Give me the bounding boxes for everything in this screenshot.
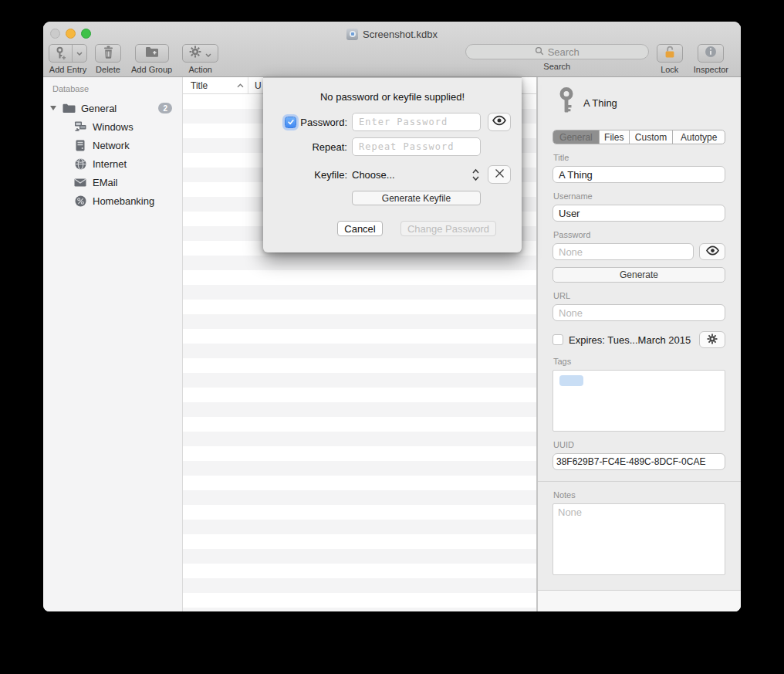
search-placeholder: Search [548,46,580,58]
enter-password-input[interactable] [352,113,481,131]
tab-custom[interactable]: Custom [629,130,673,144]
expires-label: Expires: Tues...March 2015 [569,334,694,346]
delete-button[interactable] [95,44,121,63]
change-password-button[interactable]: Change Password [400,221,496,236]
sidebar-item-network[interactable]: Network [43,136,182,154]
sidebar: Database General 2 Windows Network [43,77,183,611]
tag-token[interactable] [559,375,583,386]
eye-icon [705,245,720,259]
password-checkbox[interactable] [285,117,296,128]
key-icon [558,87,575,119]
expires-row: Expires: Tues...March 2015 [553,331,725,348]
sidebar-header: Database [43,84,182,93]
url-field-label: URL [553,291,725,300]
eye-icon [492,115,507,129]
generate-password-button[interactable]: Generate [553,267,725,283]
uuid-label: UUID [553,440,725,449]
chevron-down-icon [205,46,211,60]
sidebar-item-internet[interactable]: Internet [43,154,182,173]
keyfile-value: Choose... [352,169,395,181]
server-icon [73,140,87,151]
check-icon [287,118,295,126]
notes-label: Notes [553,490,725,500]
action-label: Action [188,65,212,74]
inspector-panel: A Thing General Files Custom Autotype Ti… [537,77,741,611]
search-item: Search Search [465,44,649,71]
username-field[interactable] [553,205,725,222]
group-label: General [81,103,158,114]
window-title: Screenshot.kdbx [363,29,438,40]
key-plus-icon [49,45,72,62]
add-entry-button[interactable] [49,44,87,63]
action-button[interactable] [182,44,218,63]
percent-circle-icon [73,195,87,207]
group-label: Internet [93,158,182,170]
column-username-label: U [255,80,262,91]
tab-files[interactable]: Files [599,130,629,144]
gear-icon [189,46,201,61]
sidebar-item-general[interactable]: General 2 [43,99,182,117]
lock-button[interactable] [657,44,683,63]
expires-checkbox[interactable] [553,334,563,345]
keyfile-dialog-label: Keyfile: [314,169,347,181]
title-field-label: Title [553,153,725,162]
sidebar-item-email[interactable]: EMail [43,173,182,191]
action-item: Action [182,44,218,74]
group-label: Windows [93,121,182,133]
add-group-label: Add Group [131,65,172,74]
tab-autotype[interactable]: Autotype [672,130,725,144]
add-entry-item: Add Entry [49,44,87,74]
password-row [553,243,725,260]
sidebar-item-homebanking[interactable]: Homebanking [43,191,182,210]
inspector-label: Inspector [694,65,728,74]
lock-item: Lock [657,44,683,74]
entry-title: A Thing [583,97,617,109]
divider [538,481,741,482]
trash-icon [103,46,114,62]
search-label: Search [543,62,570,71]
group-label: Network [93,140,182,151]
generate-keyfile-button[interactable]: Generate Keyfile [352,191,481,205]
stepper-icon [472,168,479,181]
document-icon [346,29,358,40]
column-header-title[interactable]: Title [183,77,248,93]
title-field[interactable] [553,166,725,183]
inspector-button[interactable] [698,44,724,63]
url-field[interactable] [553,304,725,321]
sidebar-item-windows[interactable]: Windows [43,117,182,136]
add-group-button[interactable] [135,44,169,63]
clear-keyfile-button[interactable] [488,165,511,184]
password-dialog-label: Password: [300,117,347,128]
inspector-content: A Thing General Files Custom Autotype Ti… [538,77,741,590]
notes-field[interactable] [553,503,725,575]
tags-field[interactable] [553,370,725,432]
uuid-field[interactable] [553,453,725,470]
password-field[interactable] [553,243,694,260]
reveal-password-button[interactable] [488,113,511,131]
delete-item: Delete [95,44,121,74]
folder-plus-icon [145,46,159,60]
dialog-message: No password or keyfile supplied! [263,91,522,103]
close-x-icon [495,168,505,181]
app-window: Screenshot.kdbx Add Entry [43,22,741,611]
titlebar: Screenshot.kdbx [43,28,741,40]
column-header-username[interactable]: U [248,80,262,91]
lock-icon [664,46,676,62]
keyfile-popup[interactable]: Choose... [352,168,481,181]
disclosure-triangle-icon[interactable] [50,106,56,110]
add-group-item: Add Group [131,44,172,74]
inspector-tabs: General Files Custom Autotype [553,130,725,144]
add-entry-dropdown[interactable] [72,45,86,62]
search-input[interactable]: Search [465,44,649,59]
reveal-password-button[interactable] [699,243,725,260]
column-title-label: Title [191,80,208,91]
repeat-password-input[interactable] [352,137,481,156]
inspector-item: Inspector [694,44,728,74]
expires-settings-button[interactable] [699,331,725,348]
tab-general[interactable]: General [553,130,599,144]
globe-icon [73,158,87,170]
sort-ascending-icon [237,83,244,88]
cancel-button[interactable]: Cancel [337,221,383,236]
change-password-dialog: No password or keyfile supplied! Passwor… [263,77,522,252]
inspector-footer [538,590,741,611]
